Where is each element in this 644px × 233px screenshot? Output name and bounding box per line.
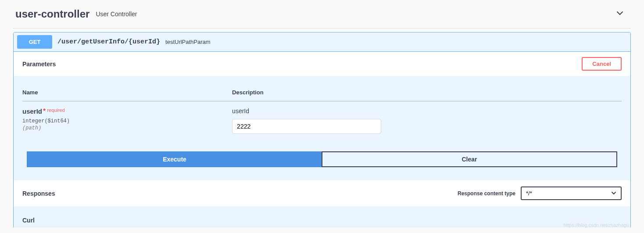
param-name: userId <box>22 108 42 115</box>
operation-summary-text: testUrlPathParam <box>165 39 211 45</box>
required-label: required <box>47 108 64 113</box>
param-in: (path) <box>22 125 232 131</box>
responses-header: Responses Response content type */* <box>14 180 630 206</box>
action-buttons: Execute Clear <box>22 151 622 167</box>
clear-button[interactable]: Clear <box>322 151 617 167</box>
column-name: Name <box>22 85 232 101</box>
responses-title: Responses <box>22 190 55 197</box>
response-content-type-select[interactable]: */* <box>521 186 622 200</box>
parameters-title: Parameters <box>22 61 56 68</box>
param-value-input[interactable] <box>232 119 381 134</box>
column-description: Description <box>232 85 622 101</box>
parameters-table: Name Description userId*required integer… <box>22 85 622 134</box>
operation-summary[interactable]: GET /user/getUserInfo/{userId} testUrlPa… <box>14 32 630 52</box>
parameters-header: Parameters Cancel <box>14 52 630 76</box>
operation-block: GET /user/getUserInfo/{userId} testUrlPa… <box>13 32 631 228</box>
watermark-text: https://blog.csdn.net/zhazhagu <box>13 222 631 228</box>
response-content-type-label: Response content type <box>458 190 515 197</box>
tag-name: user-controller <box>15 8 89 20</box>
table-row: userId*required integer($int64) (path) u… <box>22 101 622 134</box>
chevron-down-icon <box>615 9 624 19</box>
operation-path: /user/getUserInfo/{userId} <box>57 38 160 46</box>
parameters-body: Name Description userId*required integer… <box>14 76 630 180</box>
tag-description: User Controller <box>96 11 615 18</box>
param-type: integer($int64) <box>22 118 232 124</box>
http-method-badge: GET <box>17 35 52 49</box>
param-description: userId <box>232 108 622 115</box>
response-content-type-wrap: Response content type */* <box>458 186 622 200</box>
execute-button[interactable]: Execute <box>27 151 322 167</box>
tag-header[interactable]: user-controller User Controller <box>13 0 631 29</box>
required-star: * <box>43 108 46 115</box>
cancel-button[interactable]: Cancel <box>582 57 622 71</box>
